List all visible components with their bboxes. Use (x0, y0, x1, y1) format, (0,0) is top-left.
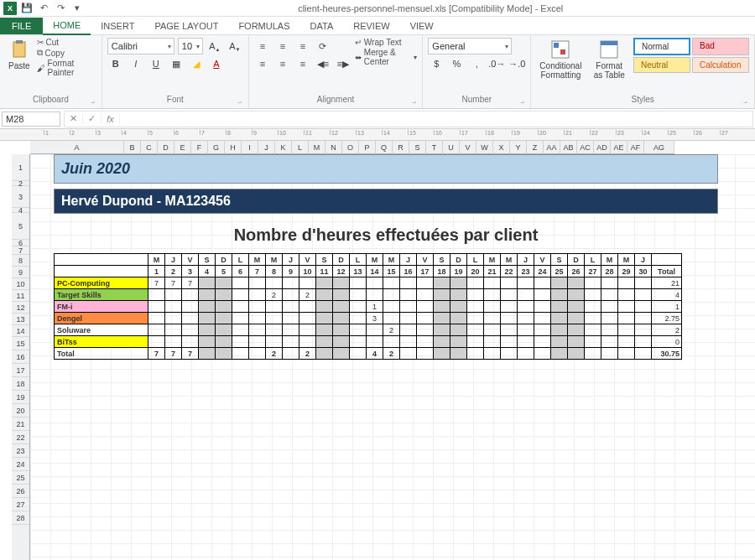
comma-format-button[interactable]: , (468, 55, 485, 72)
column-header[interactable]: AA (544, 141, 560, 154)
save-icon[interactable]: 💾 (20, 2, 34, 15)
paste-button[interactable]: Paste (5, 38, 34, 72)
column-header[interactable]: K (275, 141, 292, 154)
font-name-select[interactable]: Calibri (107, 38, 174, 54)
column-header[interactable]: X (493, 141, 510, 154)
row-header[interactable]: 15 (12, 337, 29, 350)
align-center-button[interactable]: ≡ (274, 55, 291, 72)
column-header[interactable]: S (409, 141, 426, 154)
cancel-formula-button[interactable]: ✕ (65, 113, 83, 124)
copy-button[interactable]: ⧉Copy (37, 48, 96, 58)
table-row[interactable]: Soluware22 (55, 324, 682, 336)
row-header[interactable]: 17 (12, 364, 29, 377)
grow-font-button[interactable]: A▲ (206, 38, 223, 54)
name-box[interactable]: M28 (2, 111, 60, 127)
shrink-font-button[interactable]: A▼ (226, 38, 243, 54)
column-header[interactable]: AG (644, 141, 674, 154)
row-header[interactable]: 24 (12, 458, 29, 471)
column-header[interactable]: L (292, 141, 309, 154)
row-header[interactable]: 13 (12, 314, 29, 325)
tab-view[interactable]: VIEW (400, 18, 444, 34)
row-header[interactable]: 14 (12, 325, 29, 337)
row-header[interactable]: 22 (12, 431, 29, 444)
column-header[interactable]: P (359, 141, 376, 154)
merge-center-button[interactable]: ⬌Merge & Center▾ (355, 48, 418, 66)
column-header[interactable]: H (225, 141, 242, 154)
accept-formula-button[interactable]: ✓ (83, 113, 102, 124)
redo-icon[interactable]: ↷ (54, 2, 67, 15)
row-header[interactable]: 28 (12, 511, 29, 525)
column-header[interactable]: A (30, 141, 124, 154)
format-painter-button[interactable]: 🖌Format Painter (37, 59, 96, 77)
cell-style-calculation[interactable]: Calculation (692, 57, 749, 73)
column-header[interactable]: J (258, 141, 275, 154)
person-banner[interactable]: Hervé Dupond - MA123456 (54, 189, 718, 214)
tab-page-layout[interactable]: PAGE LAYOUT (144, 18, 228, 34)
column-header[interactable]: AF (627, 141, 644, 154)
tab-review[interactable]: REVIEW (343, 18, 399, 34)
hours-table[interactable]: MJVSDLMMJVSDLMMJVSDLMMJVSDLMMJ1234567891… (54, 253, 682, 360)
format-as-table-button[interactable]: Format as Table (588, 38, 630, 81)
cell-style-neutral[interactable]: Neutral (633, 57, 690, 73)
column-header[interactable]: N (325, 141, 342, 154)
row-header[interactable]: 16 (12, 350, 29, 364)
row-headers[interactable]: 1234567891011121314151617181920212223242… (12, 154, 30, 560)
row-header[interactable]: 8 (12, 255, 29, 267)
tab-insert[interactable]: INSERT (91, 18, 144, 34)
borders-button[interactable]: ▦ (168, 55, 185, 72)
column-header[interactable]: O (342, 141, 359, 154)
column-header[interactable]: E (174, 141, 191, 154)
cut-button[interactable]: ✂Cut (37, 38, 96, 47)
fill-color-button[interactable]: ◢ (188, 55, 205, 72)
align-top-button[interactable]: ≡ (254, 38, 271, 54)
table-row[interactable]: Target Skills224 (55, 289, 682, 301)
row-header[interactable]: 10 (12, 278, 29, 290)
row-header[interactable]: 12 (12, 302, 29, 314)
column-header[interactable]: M (309, 141, 325, 154)
month-banner[interactable]: Juin 2020 (54, 154, 718, 184)
column-headers[interactable]: ABCDEFGHIJKLMNOPQRSTUVWXYZAAABACADAEAFAG (30, 141, 755, 154)
number-format-select[interactable]: General (428, 38, 512, 54)
align-bottom-button[interactable]: ≡ (294, 38, 311, 54)
increase-decimal-button[interactable]: .0→ (488, 55, 505, 72)
row-header[interactable]: 11 (12, 290, 29, 302)
undo-icon[interactable]: ↶ (37, 2, 50, 15)
table-row[interactable]: Dengel32.75 (55, 313, 682, 324)
cell-style-bad[interactable]: Bad (692, 38, 749, 55)
column-header[interactable]: W (476, 141, 493, 154)
row-header[interactable]: 3 (12, 186, 29, 208)
tab-formulas[interactable]: FORMULAS (228, 18, 299, 34)
row-header[interactable]: 27 (12, 498, 29, 511)
wrap-text-button[interactable]: ↵Wrap Text (355, 38, 418, 47)
row-header[interactable]: 20 (12, 404, 29, 417)
table-row[interactable]: FM-i11 (55, 301, 682, 313)
column-header[interactable]: D (158, 141, 174, 154)
percent-format-button[interactable]: % (448, 55, 465, 72)
decrease-decimal-button[interactable]: →.0 (508, 55, 525, 72)
column-header[interactable]: C (141, 141, 158, 154)
align-left-button[interactable]: ≡ (254, 55, 271, 72)
row-header[interactable]: 21 (12, 417, 29, 431)
column-header[interactable]: B (124, 141, 141, 154)
column-header[interactable]: I (242, 141, 258, 154)
row-header[interactable]: 19 (12, 391, 29, 404)
table-row[interactable]: PC-Computing77721 (55, 277, 682, 289)
column-header[interactable]: F (191, 141, 208, 154)
column-header[interactable]: Y (510, 141, 527, 154)
conditional-formatting-button[interactable]: Conditional Formatting (536, 38, 585, 81)
orientation-button[interactable]: ⟳ (315, 38, 331, 54)
font-size-select[interactable]: 10 (178, 38, 203, 54)
row-header[interactable]: 5 (12, 213, 29, 240)
column-header[interactable]: G (208, 141, 225, 154)
row-header[interactable]: 23 (12, 444, 29, 458)
row-header[interactable]: 9 (12, 267, 29, 278)
tab-data[interactable]: DATA (300, 18, 344, 34)
row-header[interactable]: 7 (12, 246, 29, 255)
sheet-title[interactable]: Nombre d'heures effectuées par client (54, 226, 718, 245)
tab-file[interactable]: FILE (0, 18, 43, 34)
table-row[interactable]: BiTss0 (55, 336, 682, 348)
column-header[interactable]: AE (611, 141, 627, 154)
accounting-format-button[interactable]: $ (428, 55, 445, 72)
row-header[interactable]: 26 (12, 485, 29, 498)
column-header[interactable]: Q (376, 141, 393, 154)
